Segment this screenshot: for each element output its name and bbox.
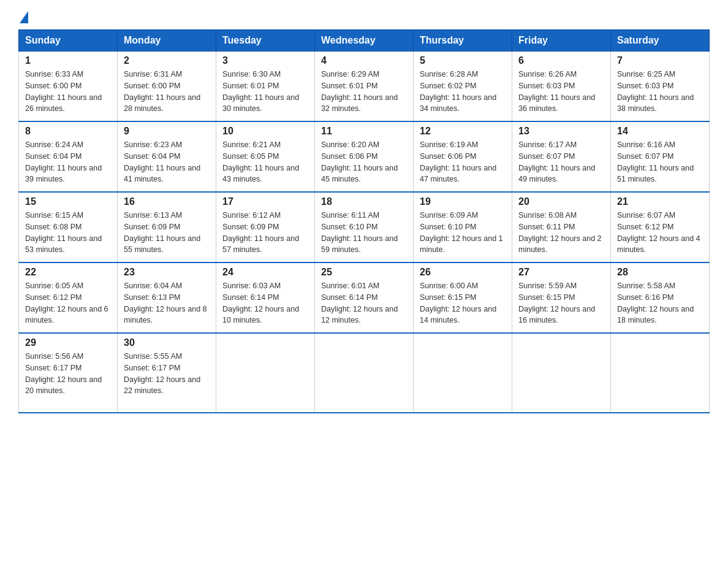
day-cell: 24Sunrise: 6:03 AMSunset: 6:14 PMDayligh… [216, 262, 315, 333]
day-info: Sunrise: 6:08 AMSunset: 6:11 PMDaylight:… [518, 210, 604, 256]
calendar-table: SundayMondayTuesdayWednesdayThursdayFrid… [18, 29, 710, 413]
logo-general-text [18, 11, 28, 23]
weekday-header-monday: Monday [118, 30, 216, 52]
day-cell: 19Sunrise: 6:09 AMSunset: 6:10 PMDayligh… [414, 192, 512, 262]
day-number: 26 [420, 267, 506, 278]
day-info: Sunrise: 5:56 AMSunset: 6:17 PMDaylight:… [25, 351, 111, 397]
logo [18, 11, 28, 23]
day-cell: 11Sunrise: 6:20 AMSunset: 6:06 PMDayligh… [315, 121, 414, 192]
day-info: Sunrise: 6:09 AMSunset: 6:10 PMDaylight:… [420, 210, 506, 256]
day-info: Sunrise: 6:20 AMSunset: 6:06 PMDaylight:… [321, 139, 407, 185]
day-cell: 5Sunrise: 6:28 AMSunset: 6:02 PMDaylight… [414, 52, 512, 122]
day-cell: 7Sunrise: 6:25 AMSunset: 6:03 PMDaylight… [611, 52, 710, 122]
day-cell: 2Sunrise: 6:31 AMSunset: 6:00 PMDaylight… [118, 52, 216, 122]
day-number: 2 [124, 55, 210, 66]
day-number: 13 [518, 126, 604, 137]
day-info: Sunrise: 5:58 AMSunset: 6:16 PMDaylight:… [617, 280, 703, 326]
day-number: 18 [321, 196, 407, 207]
day-cell: 1Sunrise: 6:33 AMSunset: 6:00 PMDaylight… [19, 52, 118, 122]
day-info: Sunrise: 6:13 AMSunset: 6:09 PMDaylight:… [124, 210, 210, 256]
day-cell: 3Sunrise: 6:30 AMSunset: 6:01 PMDaylight… [216, 52, 315, 122]
day-info: Sunrise: 5:59 AMSunset: 6:15 PMDaylight:… [518, 280, 604, 326]
page-header [0, 0, 728, 29]
day-cell: 23Sunrise: 6:04 AMSunset: 6:13 PMDayligh… [118, 262, 216, 333]
day-number: 20 [518, 196, 604, 207]
day-cell: 10Sunrise: 6:21 AMSunset: 6:05 PMDayligh… [216, 121, 315, 192]
weekday-header-tuesday: Tuesday [216, 30, 315, 52]
day-cell: 8Sunrise: 6:24 AMSunset: 6:04 PMDaylight… [19, 121, 118, 192]
week-row-4: 22Sunrise: 6:05 AMSunset: 6:12 PMDayligh… [19, 262, 710, 333]
day-number: 30 [124, 337, 210, 348]
day-cell [216, 333, 315, 413]
day-number: 12 [420, 126, 506, 137]
day-info: Sunrise: 6:28 AMSunset: 6:02 PMDaylight:… [420, 69, 506, 115]
day-info: Sunrise: 6:21 AMSunset: 6:05 PMDaylight:… [222, 139, 308, 185]
day-cell: 14Sunrise: 6:16 AMSunset: 6:07 PMDayligh… [611, 121, 710, 192]
day-number: 7 [617, 55, 703, 66]
day-cell: 13Sunrise: 6:17 AMSunset: 6:07 PMDayligh… [512, 121, 611, 192]
day-info: Sunrise: 6:15 AMSunset: 6:08 PMDaylight:… [25, 210, 111, 256]
day-info: Sunrise: 6:33 AMSunset: 6:00 PMDaylight:… [25, 69, 111, 115]
day-number: 22 [25, 267, 111, 278]
day-number: 4 [321, 55, 407, 66]
day-number: 28 [617, 267, 703, 278]
day-cell: 6Sunrise: 6:26 AMSunset: 6:03 PMDaylight… [512, 52, 611, 122]
day-number: 10 [222, 126, 308, 137]
day-cell: 12Sunrise: 6:19 AMSunset: 6:06 PMDayligh… [414, 121, 512, 192]
day-cell: 17Sunrise: 6:12 AMSunset: 6:09 PMDayligh… [216, 192, 315, 262]
week-row-5: 29Sunrise: 5:56 AMSunset: 6:17 PMDayligh… [19, 333, 710, 413]
day-info: Sunrise: 6:24 AMSunset: 6:04 PMDaylight:… [25, 139, 111, 185]
day-cell: 16Sunrise: 6:13 AMSunset: 6:09 PMDayligh… [118, 192, 216, 262]
day-info: Sunrise: 6:12 AMSunset: 6:09 PMDaylight:… [222, 210, 308, 256]
day-cell: 27Sunrise: 5:59 AMSunset: 6:15 PMDayligh… [512, 262, 611, 333]
day-number: 29 [25, 337, 111, 348]
weekday-header-saturday: Saturday [611, 30, 710, 52]
week-row-3: 15Sunrise: 6:15 AMSunset: 6:08 PMDayligh… [19, 192, 710, 262]
day-info: Sunrise: 6:29 AMSunset: 6:01 PMDaylight:… [321, 69, 407, 115]
day-info: Sunrise: 6:26 AMSunset: 6:03 PMDaylight:… [518, 69, 604, 115]
day-cell [611, 333, 710, 413]
day-number: 25 [321, 267, 407, 278]
day-cell [414, 333, 512, 413]
day-cell: 4Sunrise: 6:29 AMSunset: 6:01 PMDaylight… [315, 52, 414, 122]
day-cell: 29Sunrise: 5:56 AMSunset: 6:17 PMDayligh… [19, 333, 118, 413]
day-number: 3 [222, 55, 308, 66]
day-info: Sunrise: 5:55 AMSunset: 6:17 PMDaylight:… [124, 351, 210, 397]
day-number: 5 [420, 55, 506, 66]
weekday-header-sunday: Sunday [19, 30, 118, 52]
day-cell: 28Sunrise: 5:58 AMSunset: 6:16 PMDayligh… [611, 262, 710, 333]
weekday-header-row: SundayMondayTuesdayWednesdayThursdayFrid… [19, 30, 710, 52]
day-info: Sunrise: 6:30 AMSunset: 6:01 PMDaylight:… [222, 69, 308, 115]
day-number: 11 [321, 126, 407, 137]
day-info: Sunrise: 6:01 AMSunset: 6:14 PMDaylight:… [321, 280, 407, 326]
day-number: 15 [25, 196, 111, 207]
day-number: 6 [518, 55, 604, 66]
day-number: 17 [222, 196, 308, 207]
weekday-header-thursday: Thursday [414, 30, 512, 52]
logo-triangle-icon [20, 11, 28, 23]
day-number: 1 [25, 55, 111, 66]
day-info: Sunrise: 6:03 AMSunset: 6:14 PMDaylight:… [222, 280, 308, 326]
calendar-container: SundayMondayTuesdayWednesdayThursdayFrid… [0, 29, 728, 432]
day-cell: 26Sunrise: 6:00 AMSunset: 6:15 PMDayligh… [414, 262, 512, 333]
day-cell: 20Sunrise: 6:08 AMSunset: 6:11 PMDayligh… [512, 192, 611, 262]
day-cell: 21Sunrise: 6:07 AMSunset: 6:12 PMDayligh… [611, 192, 710, 262]
day-info: Sunrise: 6:31 AMSunset: 6:00 PMDaylight:… [124, 69, 210, 115]
day-cell: 9Sunrise: 6:23 AMSunset: 6:04 PMDaylight… [118, 121, 216, 192]
day-number: 14 [617, 126, 703, 137]
day-info: Sunrise: 6:25 AMSunset: 6:03 PMDaylight:… [617, 69, 703, 115]
day-info: Sunrise: 6:05 AMSunset: 6:12 PMDaylight:… [25, 280, 111, 326]
day-cell: 30Sunrise: 5:55 AMSunset: 6:17 PMDayligh… [118, 333, 216, 413]
day-number: 8 [25, 126, 111, 137]
week-row-2: 8Sunrise: 6:24 AMSunset: 6:04 PMDaylight… [19, 121, 710, 192]
day-info: Sunrise: 6:17 AMSunset: 6:07 PMDaylight:… [518, 139, 604, 185]
day-cell: 25Sunrise: 6:01 AMSunset: 6:14 PMDayligh… [315, 262, 414, 333]
week-row-1: 1Sunrise: 6:33 AMSunset: 6:00 PMDaylight… [19, 52, 710, 122]
day-info: Sunrise: 6:23 AMSunset: 6:04 PMDaylight:… [124, 139, 210, 185]
day-number: 16 [124, 196, 210, 207]
day-info: Sunrise: 6:19 AMSunset: 6:06 PMDaylight:… [420, 139, 506, 185]
weekday-header-wednesday: Wednesday [315, 30, 414, 52]
day-number: 19 [420, 196, 506, 207]
day-info: Sunrise: 6:07 AMSunset: 6:12 PMDaylight:… [617, 210, 703, 256]
day-number: 27 [518, 267, 604, 278]
